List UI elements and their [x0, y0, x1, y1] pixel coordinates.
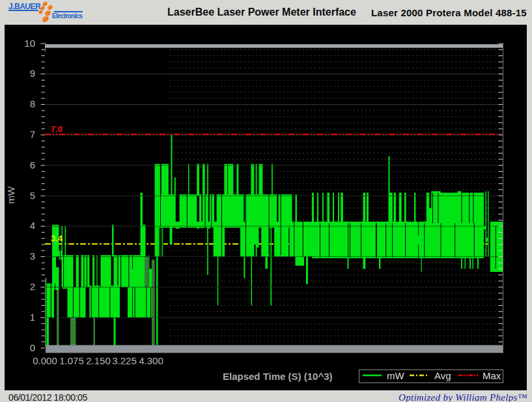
svg-text:5: 5 — [30, 190, 35, 201]
svg-text:Avg: Avg — [434, 370, 451, 381]
svg-text:3: 3 — [30, 250, 35, 261]
svg-text:mW: mW — [387, 370, 404, 381]
svg-text:1.075: 1.075 — [59, 355, 84, 366]
svg-text:2.150: 2.150 — [86, 355, 111, 366]
svg-text:0.000: 0.000 — [33, 355, 57, 366]
svg-text:9: 9 — [30, 68, 35, 79]
svg-text:7: 7 — [30, 129, 35, 140]
svg-text:0: 0 — [30, 342, 35, 353]
svg-text:mW: mW — [5, 186, 16, 204]
svg-text:Max: Max — [483, 370, 501, 381]
svg-text:3.4: 3.4 — [51, 234, 63, 243]
svg-text:8: 8 — [30, 98, 35, 109]
svg-text:10: 10 — [24, 38, 35, 49]
svg-text:Elapsed Time (S) (10^3): Elapsed Time (S) (10^3) — [223, 371, 333, 382]
svg-text:1: 1 — [30, 312, 35, 323]
svg-text:4: 4 — [30, 220, 35, 231]
svg-text:3.225: 3.225 — [112, 355, 137, 366]
svg-text:7.0: 7.0 — [51, 124, 63, 134]
svg-text:2: 2 — [30, 281, 35, 292]
svg-text:4.300: 4.300 — [139, 355, 163, 366]
svg-text:6: 6 — [30, 159, 35, 170]
